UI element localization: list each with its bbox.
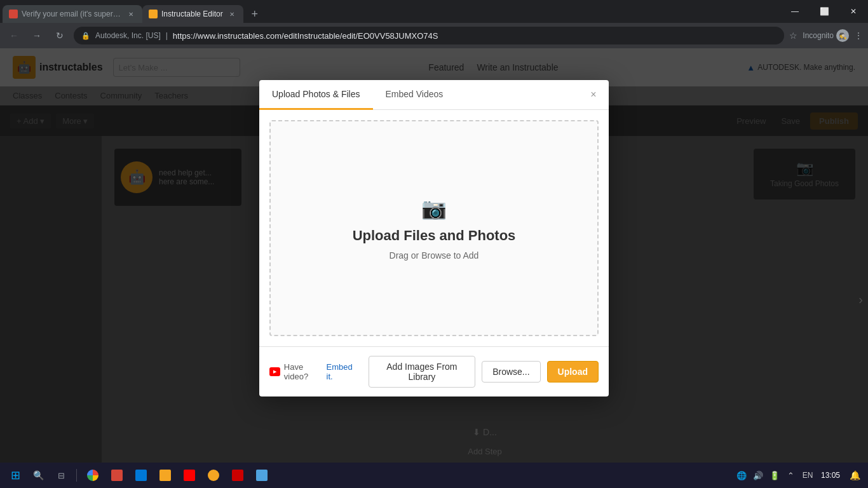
upload-modal: Upload Photos & Files Embed Videos × 📷	[259, 80, 609, 396]
add-from-library-button[interactable]: Add Images From Library	[369, 356, 476, 388]
drop-zone-subtitle: Drag or Browse to Add	[390, 250, 479, 261]
browser-menu-icon[interactable]: ⋮	[854, 30, 863, 41]
explorer-app-icon	[159, 470, 171, 481]
back-button[interactable]: ←	[5, 27, 23, 44]
chrome-app-icon	[87, 470, 98, 481]
tab-instructables[interactable]: Instructable Editor ✕	[142, 5, 243, 23]
taskbar-search-button[interactable]: 🔍	[28, 465, 48, 485]
windows-logo-icon: ⊞	[11, 468, 20, 482]
modal-body: 📷 Upload Files and Photos Drag or Browse…	[259, 110, 609, 346]
gmail-app-icon	[111, 470, 123, 481]
tab-gmail-title: Verify your email (it's super easy)	[22, 10, 122, 18]
speaker-icon[interactable]: 🔊	[751, 468, 765, 482]
tab-embed-videos[interactable]: Embed Videos	[373, 80, 456, 110]
notification-button[interactable]: 🔔	[846, 467, 863, 484]
taskbar-extra-app[interactable]	[251, 465, 273, 485]
taskbar-gmail-app[interactable]	[106, 465, 128, 485]
taskbar-adobe-app[interactable]	[227, 465, 248, 485]
adobe-app-icon	[232, 470, 243, 481]
tab-bar: Verify your email (it's super easy) ✕ In…	[0, 0, 264, 23]
camera-icon-wrap: 📷	[421, 196, 447, 221]
tab-upload-photos[interactable]: Upload Photos & Files	[259, 80, 373, 110]
video-label: Have video?	[284, 362, 323, 381]
tab-gmail-close[interactable]: ✕	[126, 9, 136, 19]
address-bar: ← → ↻ 🔒 Autodesk, Inc. [US] | https://ww…	[0, 23, 868, 48]
taskbar-edge-app[interactable]	[130, 465, 152, 485]
taskbar-chrome-app[interactable]	[82, 465, 104, 485]
taskbar-explorer-app[interactable]	[154, 465, 176, 485]
language-icon[interactable]: EN	[801, 468, 815, 482]
close-button[interactable]: ✕	[839, 0, 868, 23]
camera-icon: 📷	[421, 196, 447, 220]
new-tab-button[interactable]: +	[246, 5, 264, 23]
windows-start-button[interactable]: ⊞	[5, 465, 25, 485]
incognito-label: Incognito	[803, 31, 834, 40]
network-icon[interactable]: 🌐	[735, 468, 749, 482]
clock-time: 13:05	[821, 471, 840, 480]
taskbar: ⊞ 🔍 ⊟	[0, 463, 868, 488]
vlc-app-icon	[208, 470, 219, 481]
taskbar-search-icon: 🔍	[33, 470, 44, 480]
incognito-icon: 🕵	[836, 29, 849, 42]
system-clock[interactable]: 13:05	[817, 470, 844, 481]
incognito-badge: Incognito 🕵	[803, 29, 849, 42]
modal-footer: Have video? Embed it. Add Images From Li…	[259, 346, 609, 396]
browser-frame: Verify your email (it's super easy) ✕ In…	[0, 0, 868, 488]
youtube-icon	[269, 367, 280, 376]
url-bar[interactable]: 🔒 Autodesk, Inc. [US] | https://www.inst…	[74, 27, 784, 44]
edge-app-icon	[135, 470, 147, 481]
up-arrow-icon[interactable]: ⌃	[784, 468, 798, 482]
forward-button[interactable]: →	[28, 27, 46, 44]
taskview-icon: ⊟	[58, 471, 65, 480]
drop-zone[interactable]: 📷 Upload Files and Photos Drag or Browse…	[269, 120, 599, 336]
upload-button[interactable]: Upload	[547, 361, 599, 383]
taskbar-tray: 🌐 🔊 🔋 ⌃ EN	[735, 468, 815, 482]
maximize-button[interactable]: ⬜	[810, 0, 839, 23]
browse-button[interactable]: Browse...	[482, 361, 540, 383]
security-lock-icon: 🔒	[81, 32, 90, 40]
url-text: https://www.instructables.com/editInstru…	[173, 31, 776, 41]
tab-instructables-close[interactable]: ✕	[227, 9, 237, 19]
browser-titlebar: Verify your email (it's super easy) ✕ In…	[0, 0, 868, 23]
page-content: 🤖 instructables Let's Make ... Featured …	[0, 48, 868, 463]
url-separator: |	[166, 31, 168, 40]
instructables-favicon	[149, 10, 158, 18]
drop-zone-title: Upload Files and Photos	[353, 227, 516, 244]
window-controls: — ⬜ ✕	[780, 0, 868, 23]
taskbar-separator-1	[76, 469, 77, 482]
taskbar-vlc-app[interactable]	[203, 465, 224, 485]
extra-app-icon	[256, 470, 268, 481]
embed-link[interactable]: Embed it.	[327, 362, 356, 381]
security-label: Autodesk, Inc. [US]	[95, 31, 161, 40]
tab-gmail[interactable]: Verify your email (it's super easy) ✕	[3, 5, 142, 23]
bookmark-icon[interactable]: ☆	[789, 30, 797, 41]
taskbar-taskview-button[interactable]: ⊟	[51, 465, 71, 485]
taskbar-youtube-app[interactable]	[179, 465, 200, 485]
minimize-button[interactable]: —	[780, 0, 810, 23]
video-badge: Have video? Embed it.	[269, 362, 356, 381]
modal-header: Upload Photos & Files Embed Videos ×	[259, 80, 609, 110]
modal-overlay: Upload Photos & Files Embed Videos × 📷	[0, 48, 868, 463]
refresh-button[interactable]: ↻	[51, 27, 69, 44]
battery-icon[interactable]: 🔋	[768, 468, 782, 482]
gmail-favicon	[9, 10, 18, 18]
modal-close-button[interactable]: ×	[586, 87, 601, 102]
youtube-app-icon	[184, 470, 195, 481]
tab-instructables-title: Instructable Editor	[161, 10, 223, 18]
